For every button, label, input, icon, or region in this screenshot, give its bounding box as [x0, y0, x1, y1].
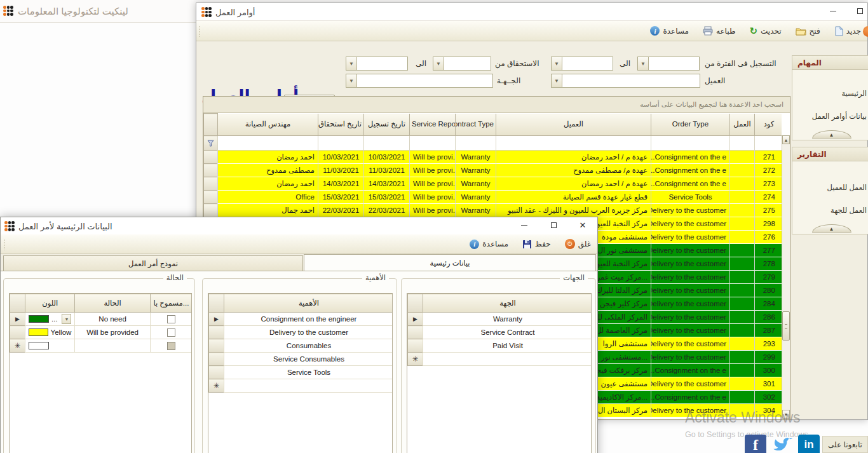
tasks-panel-header[interactable]: المهام	[792, 56, 868, 70]
chevron-down-icon[interactable]: ▼	[346, 57, 357, 70]
value-cell[interactable]: Delivery to the customer	[224, 326, 393, 339]
dialog-maximize-button[interactable]	[545, 217, 562, 233]
table-row[interactable]: 271Consignment on the e...عهدة م / احمد …	[204, 151, 782, 164]
table-row[interactable]: 273Consignment on the e...عهدة م / احمد …	[204, 177, 782, 191]
due-to-select[interactable]: ▼	[433, 57, 491, 71]
new-button[interactable]: جديد	[834, 26, 861, 36]
value-cell[interactable]: Paid Visit	[423, 339, 592, 353]
importance-row[interactable]: Consumables	[209, 339, 393, 353]
filter-cell[interactable]	[218, 136, 318, 151]
checkbox[interactable]	[167, 315, 175, 323]
dialog-close-action-button[interactable]: ⏻ غلق	[565, 239, 591, 249]
funnel-icon[interactable]	[204, 136, 217, 150]
entity-row[interactable]: Warranty►	[408, 313, 592, 326]
sidebar-item[interactable]: العمل للعميل	[827, 183, 867, 192]
chevron-down-icon[interactable]: ▼	[62, 314, 71, 324]
chevron-down-icon[interactable]: ▼	[638, 57, 649, 70]
column-header[interactable]: تاريخ تسجيل	[364, 114, 410, 136]
scroll-up-icon[interactable]: ▲	[782, 135, 790, 144]
sidebar-item[interactable]: الرئيسية	[841, 89, 867, 98]
allowed-cell[interactable]	[150, 326, 192, 339]
help-button[interactable]: i مساعدة	[650, 26, 689, 36]
scroll-down-icon[interactable]: ▼	[782, 410, 790, 419]
chevron-down-icon[interactable]: ▼	[552, 74, 562, 87]
reg-to-select[interactable]: ▼	[637, 57, 700, 71]
value-cell[interactable]: Service Consumables	[224, 353, 393, 366]
column-header[interactable]: كود	[755, 114, 782, 136]
collapse-up-icon[interactable]: ▲	[812, 130, 851, 139]
dialog-help-button[interactable]: i مساعدة	[470, 240, 508, 249]
sidebar-item[interactable]: بيانات أوامر العمل	[812, 112, 867, 121]
filter-cell[interactable]	[651, 136, 730, 151]
twitter-icon[interactable]	[769, 436, 796, 453]
reg-from-select[interactable]: ▼	[551, 57, 613, 71]
col-status[interactable]: الحالة	[75, 294, 150, 313]
column-header[interactable]: العمل	[730, 114, 755, 136]
filter-indicator-cell[interactable]	[204, 136, 218, 151]
value-cell[interactable]: Consignment on the engineer	[224, 313, 393, 326]
save-button[interactable]: حفظ	[522, 240, 551, 249]
status-cell[interactable]: Will be provided	[75, 326, 150, 339]
filter-cell[interactable]	[364, 136, 410, 151]
grid-group-hint[interactable]: اسحب احد الاعمدة هنا لتجميع البيانات على…	[203, 97, 790, 113]
refresh-button[interactable]: ↻ تحديث	[749, 26, 781, 36]
maximize-button[interactable]	[851, 3, 868, 18]
table-row[interactable]: 274Service Toolsقطع غيار عهدة قسم الصيان…	[204, 191, 782, 204]
chevron-down-icon[interactable]: ▼	[552, 57, 562, 70]
status-row[interactable]: No need...▼►	[10, 313, 193, 326]
open-button[interactable]: فتح	[796, 27, 820, 36]
color-cell[interactable]: ...▼	[25, 313, 75, 326]
facebook-icon[interactable]: f	[745, 435, 766, 453]
col-color[interactable]: اللون	[25, 294, 75, 313]
new-row[interactable]: ✳	[408, 353, 592, 366]
col-allowed[interactable]: ...مسموح با	[150, 294, 192, 313]
column-header[interactable]: تاريخ استحقاق	[318, 114, 364, 136]
col-importance[interactable]: الأهمية	[224, 294, 393, 313]
tab-work-order-form[interactable]: نموذج أمر العمل	[3, 255, 303, 271]
importance-row[interactable]: Delivery to the customer	[209, 326, 393, 339]
col-entity[interactable]: الجهة	[423, 294, 592, 313]
value-cell[interactable]: Service Contract	[423, 326, 592, 339]
column-header[interactable]: Order Type	[651, 114, 730, 136]
print-button[interactable]: طباعه	[703, 26, 735, 36]
column-header[interactable]: العميل	[496, 114, 651, 136]
importance-row[interactable]: Service Tools	[209, 366, 393, 379]
column-header[interactable]: Contract Type	[456, 114, 496, 136]
column-header[interactable]: مهندس الصيانة	[218, 114, 318, 136]
importance-row[interactable]: Consignment on the engineer►	[209, 313, 393, 326]
entity-select[interactable]: ▼	[346, 74, 493, 88]
entity-row[interactable]: Paid Visit	[408, 339, 592, 353]
allowed-cell[interactable]	[150, 313, 192, 326]
grid-filter-row[interactable]	[204, 136, 782, 151]
status-row[interactable]: Will be providedYellow	[10, 326, 193, 339]
value-cell[interactable]: Service Tools	[224, 366, 393, 379]
due-from-select[interactable]: ▼	[346, 57, 408, 71]
filter-cell[interactable]	[496, 136, 651, 151]
new-row[interactable]: ✳	[10, 339, 193, 353]
chevron-down-icon[interactable]: ▼	[346, 74, 357, 87]
importance-row[interactable]: Service Consumables	[209, 353, 393, 366]
value-cell[interactable]: Consumables	[224, 339, 393, 353]
checkbox[interactable]	[167, 328, 175, 337]
reports-panel-header[interactable]: التقارير	[792, 147, 868, 161]
collapse-up-icon[interactable]: ▲	[812, 224, 851, 233]
filter-cell[interactable]	[755, 136, 782, 151]
vertical-scrollbar[interactable]: ▲ ▼	[782, 135, 790, 419]
customer-select[interactable]: ▼	[551, 74, 700, 88]
linkedin-icon[interactable]: in	[798, 435, 820, 453]
status-cell[interactable]: No need	[75, 313, 150, 326]
column-header[interactable]: Service Report	[410, 114, 456, 136]
dialog-close-button[interactable]: ✕	[574, 217, 592, 233]
dialog-minimize-button[interactable]	[515, 217, 533, 233]
sidebar-item[interactable]: العمل للجهة	[831, 206, 867, 215]
filter-cell[interactable]	[318, 136, 364, 151]
chevron-down-icon[interactable]: ▼	[433, 57, 444, 70]
scrollbar-thumb[interactable]	[782, 311, 790, 341]
table-row[interactable]: 272Consignment on the e...عهدة م/ مصطفى …	[204, 164, 782, 177]
tab-main-data[interactable]: بيانات رئيسية	[304, 254, 596, 271]
filter-cell[interactable]	[730, 136, 755, 151]
value-cell[interactable]: Warranty	[423, 313, 592, 326]
filter-cell[interactable]	[410, 136, 456, 151]
minimize-button[interactable]	[824, 3, 842, 18]
table-row[interactable]: 275Delivery to the customerمركز جزيرة ال…	[204, 204, 782, 217]
